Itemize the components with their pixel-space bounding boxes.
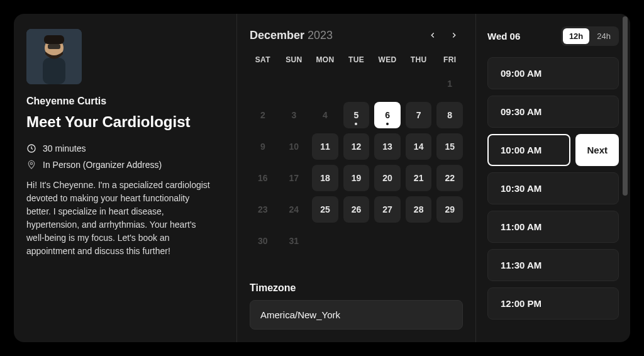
calendar-day[interactable]: 7 <box>406 102 432 128</box>
avatar-image <box>26 29 82 84</box>
calendar-empty-cell <box>343 70 370 97</box>
timeslot-button[interactable]: 10:30 AM <box>487 172 619 204</box>
calendar-day[interactable]: 12 <box>343 133 370 160</box>
timeslot: 11:00 AM <box>487 211 619 243</box>
calendar-empty-cell <box>312 70 338 97</box>
calendar-day: 1 <box>436 70 463 97</box>
calendar-month: December <box>250 29 304 42</box>
calendar-day[interactable]: 13 <box>374 133 401 160</box>
calendar-day[interactable]: 18 <box>312 165 338 191</box>
timezone-block: Timezone America/New_York <box>250 282 463 330</box>
timeslot-button[interactable]: 12:00 PM <box>487 287 619 320</box>
event-description: Hi! It's Cheyenne. I'm a specialized car… <box>26 179 215 258</box>
clock-icon <box>26 143 36 153</box>
calendar-day: 3 <box>281 102 308 128</box>
calendar-day[interactable]: 19 <box>343 165 370 191</box>
calendar-empty-cell <box>374 228 401 254</box>
booking-card: Cheyenne Curtis Meet Your Cardiologist 3… <box>14 14 630 342</box>
calendar-nav <box>424 26 463 44</box>
timeslot: 12:00 PM <box>487 287 619 320</box>
calendar-day[interactable]: 11 <box>312 133 338 160</box>
svg-point-6 <box>30 162 32 164</box>
weekday-label: TUE <box>343 53 370 70</box>
calendar-week-row: 2345678 <box>250 102 463 128</box>
weekday-label: WED <box>374 53 401 70</box>
calendar-week-row: 16171819202122 <box>250 165 463 191</box>
event-info-panel: Cheyenne Curtis Meet Your Cardiologist 3… <box>14 14 237 342</box>
timezone-select[interactable]: America/New_York <box>250 300 463 330</box>
calendar-day: 16 <box>250 165 276 191</box>
timeslot: 11:30 AM <box>487 249 619 281</box>
format-12h-option[interactable]: 12h <box>563 28 589 44</box>
calendar-year: 2023 <box>308 29 333 42</box>
calendar-day[interactable]: 26 <box>343 196 370 223</box>
timeslot: 09:00 AM <box>487 57 619 89</box>
weekday-label: SUN <box>281 53 308 70</box>
calendar-day: 17 <box>281 165 308 191</box>
calendar-day: 30 <box>250 228 276 254</box>
svg-rect-3 <box>43 58 65 84</box>
today-indicator-dot <box>386 123 389 125</box>
time-format-toggle: 12h 24h <box>561 26 619 46</box>
calendar-empty-cell <box>374 70 401 97</box>
timeslot-button[interactable]: 10:00 AM <box>487 134 570 166</box>
calendar-day: 4 <box>312 102 338 128</box>
timeslot-list: 09:00 AM09:30 AM10:00 AMNext10:30 AM11:0… <box>487 57 619 330</box>
calendar-day: 2 <box>250 102 276 128</box>
calendar-day: 9 <box>250 133 276 160</box>
format-24h-option[interactable]: 24h <box>591 28 617 44</box>
calendar-day[interactable]: 14 <box>406 133 432 160</box>
timeslot: 09:30 AM <box>487 96 619 128</box>
svg-rect-2 <box>48 44 60 49</box>
timeslot: 10:00 AMNext <box>487 134 619 166</box>
calendar-week-row: 23242526272829 <box>250 196 463 223</box>
location-icon <box>26 160 36 170</box>
calendar-grid: 1234567891011121314151617181920212223242… <box>250 70 463 254</box>
calendar-empty-cell <box>312 228 338 254</box>
timeslot-button[interactable]: 09:30 AM <box>487 96 619 128</box>
calendar-day: 10 <box>281 133 308 160</box>
svg-rect-4 <box>44 35 64 44</box>
calendar-week-row: 3031 <box>250 228 463 254</box>
calendar-week-row: 1 <box>250 70 463 97</box>
prev-month-button[interactable] <box>424 26 441 44</box>
chevron-right-icon <box>450 31 458 40</box>
calendar-title: December 2023 <box>250 29 333 42</box>
timeslot-header: Wed 06 12h 24h <box>487 26 619 46</box>
weekday-label: MON <box>312 53 338 70</box>
timeslot-button[interactable]: 09:00 AM <box>487 57 619 89</box>
calendar-day[interactable]: 20 <box>374 165 401 191</box>
duration-text: 30 minutes <box>43 143 86 153</box>
calendar-day[interactable]: 15 <box>436 133 463 160</box>
next-button[interactable]: Next <box>575 134 619 166</box>
next-month-button[interactable] <box>445 26 463 44</box>
calendar-day[interactable]: 29 <box>436 196 463 223</box>
avatar <box>26 29 82 84</box>
calendar-day[interactable]: 8 <box>436 102 463 128</box>
calendar-day: 24 <box>281 196 308 223</box>
calendar-day[interactable]: 5 <box>343 102 370 128</box>
calendar-day[interactable]: 21 <box>406 165 432 191</box>
timeslot-button[interactable]: 11:00 AM <box>487 211 619 243</box>
calendar-empty-cell <box>250 70 276 97</box>
chevron-left-icon <box>428 31 437 40</box>
timeslot-button[interactable]: 11:30 AM <box>487 249 619 281</box>
timezone-label: Timezone <box>250 282 463 294</box>
weekday-header: SATSUNMONTUEWEDTHUFRI <box>250 53 463 70</box>
timeslot: 10:30 AM <box>487 172 619 204</box>
calendar-day[interactable]: 27 <box>374 196 401 223</box>
calendar-day[interactable]: 22 <box>436 165 463 191</box>
weekday-label: SAT <box>250 53 276 70</box>
calendar-day[interactable]: 28 <box>406 196 432 223</box>
location-row: In Person (Organizer Address) <box>26 160 219 170</box>
calendar-day: 23 <box>250 196 276 223</box>
calendar-empty-cell <box>406 70 432 97</box>
host-name: Cheyenne Curtis <box>26 96 219 107</box>
calendar-day[interactable]: 25 <box>312 196 338 223</box>
calendar-header: December 2023 <box>250 26 463 44</box>
calendar-panel: December 2023 SATSUNMONTUEWEDTHUFRI 1234… <box>237 14 476 342</box>
scrollbar-thumb[interactable] <box>623 16 628 196</box>
calendar-empty-cell <box>406 228 432 254</box>
calendar-day[interactable]: 6 <box>374 102 401 128</box>
calendar-empty-cell <box>343 228 370 254</box>
